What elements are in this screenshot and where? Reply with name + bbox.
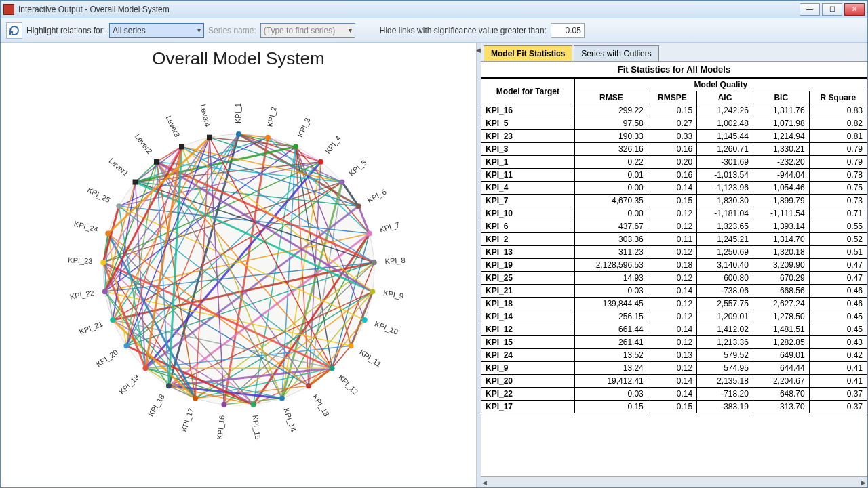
table-row[interactable]: KPI_913.240.12574.95644.440.41 [481, 362, 867, 375]
close-button[interactable]: ✕ [844, 3, 865, 16]
table-row[interactable]: KPI_2303.360.111,245.211,314.700.52 [481, 233, 867, 246]
cell-value: 0.14 [648, 375, 696, 388]
cell-value: 19,412.41 [574, 375, 648, 388]
cell-value: 0.79 [809, 156, 867, 169]
cell-value: 261.41 [574, 336, 648, 349]
table-row[interactable]: KPI_23190.330.331,145.441,214.940.81 [481, 130, 867, 143]
col-rmse[interactable]: RMSE [574, 92, 648, 104]
cell-value: 1,393.14 [753, 220, 809, 233]
cell-value: 2,135.18 [697, 375, 753, 388]
cell-value: 190.33 [574, 130, 648, 143]
svg-rect-188 [179, 144, 184, 149]
table-row[interactable]: KPI_13311.230.121,250.691,320.180.51 [481, 246, 867, 259]
svg-point-158 [306, 383, 311, 388]
cell-value: 1,311.76 [753, 104, 809, 117]
table-row[interactable]: KPI_220.030.14-718.20-648.700.37 [481, 388, 867, 401]
cell-value: 0.00 [574, 207, 648, 220]
svg-rect-190 [207, 135, 212, 140]
table-row[interactable]: KPI_2413.520.13579.52649.010.42 [481, 349, 867, 362]
cell-value: 0.12 [648, 362, 696, 375]
cell-value: 303.36 [574, 233, 648, 246]
table-row[interactable]: KPI_40.000.14-1,123.96-1,054.460.75 [481, 182, 867, 195]
table-row[interactable]: KPI_210.030.14-738.06-668.560.46 [481, 285, 867, 298]
cell-value: 2,204.67 [753, 375, 809, 388]
col-r-square[interactable]: R Square [809, 92, 867, 104]
cell-value: 2,627.24 [753, 298, 809, 310]
table-row[interactable]: KPI_100.000.12-1,181.04-1,111.540.71 [481, 207, 867, 220]
cell-value: 311.23 [574, 246, 648, 259]
table-row[interactable]: KPI_10.220.20-301.69-232.200.79 [481, 156, 867, 169]
svg-text:KPI_13: KPI_13 [311, 392, 331, 418]
cell-value: 1,250.69 [697, 246, 753, 259]
network-chart[interactable]: KPI_1KPI_2KPI_3KPI_4KPI_5KPI_6KPI_7KPI_8… [49, 73, 429, 453]
table-row[interactable]: KPI_16299.220.151,242.261,311.760.83 [481, 104, 867, 117]
col-target[interactable]: Model for Target [481, 79, 575, 104]
cell-value: 0.01 [574, 169, 648, 182]
stats-table-wrap[interactable]: Model for Target Model Quality RMSERMSPE… [481, 77, 867, 476]
cell-target: KPI_17 [481, 401, 575, 413]
cell-value: 0.51 [809, 246, 867, 259]
table-row[interactable]: KPI_2019,412.410.142,135.182,204.670.41 [481, 375, 867, 388]
svg-point-140 [318, 159, 323, 165]
highlight-series-dropdown[interactable]: All series [109, 23, 204, 38]
horizontal-scrollbar[interactable]: ◀▶ [481, 476, 867, 487]
table-row[interactable]: KPI_170.150.15-383.19-313.700.37 [481, 401, 867, 413]
series-name-dropdown[interactable]: (Type to find series) [260, 23, 355, 38]
table-row[interactable]: KPI_14256.150.121,209.011,278.500.45 [481, 310, 867, 323]
table-row[interactable]: KPI_192,128,596.530.183,140.403,209.900.… [481, 259, 867, 272]
cell-value: 0.46 [809, 298, 867, 310]
svg-point-150 [370, 289, 375, 294]
cell-target: KPI_15 [481, 336, 575, 349]
titlebar: Interactive Output - Overall Model Syste… [1, 1, 867, 18]
table-row[interactable]: KPI_597.580.271,002.481,071.980.82 [481, 117, 867, 130]
svg-text:KPI_12: KPI_12 [336, 373, 359, 396]
svg-text:KPI_6: KPI_6 [366, 188, 387, 205]
cell-value: 0.14 [648, 285, 696, 298]
table-row[interactable]: KPI_2514.930.12600.80670.290.47 [481, 272, 867, 285]
cell-value: 1,214.94 [753, 130, 809, 143]
svg-point-160 [279, 396, 284, 401]
cell-value: 600.80 [697, 272, 753, 285]
svg-point-182 [116, 203, 121, 209]
tab-series-outliers[interactable]: Series with Outliers [574, 45, 658, 61]
cell-value: 1,260.71 [697, 143, 753, 156]
cell-value: 0.45 [809, 323, 867, 336]
cell-value: 1,071.98 [753, 117, 809, 130]
cell-value: 0.47 [809, 259, 867, 272]
series-name-label: Series name: [208, 26, 256, 35]
svg-text:KPI_24: KPI_24 [73, 220, 98, 234]
table-row[interactable]: KPI_110.010.16-1,013.54-944.040.78 [481, 169, 867, 182]
svg-point-162 [250, 402, 256, 407]
minimize-button[interactable]: — [800, 3, 820, 16]
cell-value: 2,128,596.53 [574, 259, 648, 272]
table-row[interactable]: KPI_74,670.350.151,830.301,899.790.73 [481, 195, 867, 207]
col-bic[interactable]: BIC [753, 92, 809, 104]
cell-value: -301.69 [697, 156, 753, 169]
table-row[interactable]: KPI_6437.670.121,323.651,393.140.55 [481, 220, 867, 233]
cell-target: KPI_7 [481, 195, 575, 207]
svg-point-170 [142, 365, 148, 371]
table-row[interactable]: KPI_12661.440.141,412.021,481.510.45 [481, 323, 867, 336]
cell-target: KPI_12 [481, 323, 575, 336]
cell-value: 97.58 [574, 117, 648, 130]
svg-point-144 [355, 203, 361, 209]
cell-value: 1,330.21 [753, 143, 809, 156]
tab-fit-statistics[interactable]: Model Fit Statistics [484, 45, 572, 61]
splitter-handle[interactable] [477, 43, 481, 487]
svg-point-174 [110, 317, 115, 323]
col-rmspe[interactable]: RMSPE [648, 92, 696, 104]
table-row[interactable]: KPI_3326.160.161,260.711,330.210.79 [481, 143, 867, 156]
refresh-icon[interactable] [6, 22, 22, 39]
col-aic[interactable]: AIC [697, 92, 753, 104]
cell-target: KPI_10 [481, 207, 575, 220]
table-row[interactable]: KPI_15261.410.121,213.361,282.850.43 [481, 336, 867, 349]
svg-text:KPI_14: KPI_14 [282, 407, 298, 432]
svg-point-142 [339, 180, 344, 185]
cell-value: 0.79 [809, 143, 867, 156]
cell-value: 1,002.48 [697, 117, 753, 130]
svg-point-146 [366, 230, 372, 236]
table-row[interactable]: KPI_18139,844.450.122,557.752,627.240.46 [481, 298, 867, 310]
cell-value: 0.11 [648, 233, 696, 246]
significance-input[interactable]: 0.05 [551, 23, 585, 38]
maximize-button[interactable]: ☐ [822, 3, 842, 16]
